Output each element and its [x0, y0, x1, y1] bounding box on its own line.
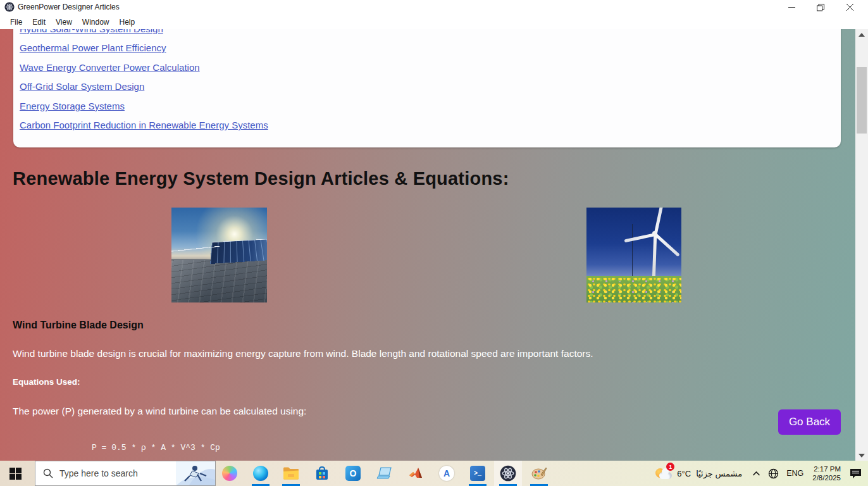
paint-icon: [531, 466, 547, 481]
section-title: Wind Turbine Blade Design: [13, 320, 144, 331]
microsoft-store-icon: [314, 466, 330, 481]
wind-turbine-photo: [586, 208, 681, 302]
notification-icon: [850, 468, 862, 479]
link-carbon-footprint[interactable]: Carbon Footprint Reduction in Renewable …: [20, 120, 268, 130]
app-a-icon: A: [439, 466, 454, 481]
restore-icon: [817, 4, 824, 11]
search-highlight-graphic[interactable]: [176, 461, 215, 486]
taskbar-app-a[interactable]: A: [433, 461, 461, 486]
menu-window[interactable]: Window: [77, 16, 115, 28]
page-title: Renewable Energy System Design Articles …: [13, 168, 509, 189]
close-button[interactable]: [835, 0, 864, 15]
scroll-up-button[interactable]: [855, 29, 868, 40]
scroll-down-button[interactable]: [855, 450, 868, 461]
taskbar-store[interactable]: [308, 461, 336, 486]
powershell-icon: >_: [470, 466, 485, 481]
wind-turbine-hub: [652, 231, 657, 236]
action-center-button[interactable]: [846, 461, 868, 486]
copilot-icon: [222, 466, 237, 481]
language-label: ENG: [786, 469, 803, 478]
taskbar-copilot[interactable]: [216, 461, 244, 486]
taskbar-edge[interactable]: [247, 461, 275, 486]
minimize-button[interactable]: [777, 0, 806, 15]
menu-file[interactable]: File: [5, 16, 27, 28]
link-energy-storage[interactable]: Energy Storage Systems: [20, 101, 125, 111]
weather-temp: 6°C: [677, 469, 691, 478]
equation-intro: The power (P) generated by a wind turbin…: [13, 406, 306, 417]
scroll-down-icon: [859, 454, 865, 458]
clock[interactable]: 2:17 PM 2/8/2025: [807, 464, 846, 482]
search-icon: [43, 468, 53, 478]
clock-time: 2:17 PM: [814, 464, 841, 473]
globe-icon: [768, 468, 779, 479]
windows-logo-icon: [9, 468, 22, 480]
weather-widget[interactable]: 1 6°C مشمس جزئيًا: [652, 461, 748, 486]
link-hybrid-solar-wind[interactable]: Hybrid Solar-Wind System Design: [20, 29, 163, 34]
weather-icon: 1: [655, 464, 673, 482]
minimize-icon: [788, 4, 795, 11]
go-back-button[interactable]: Go Back: [778, 409, 841, 435]
restore-button[interactable]: [806, 0, 835, 15]
taskbar-outlook[interactable]: O: [339, 461, 367, 486]
wind-photo-flower-field: [586, 276, 681, 302]
network-globe[interactable]: [764, 461, 783, 486]
window-title: GreenPower Designer Articles: [18, 3, 120, 11]
taskbar-paint[interactable]: [525, 461, 553, 486]
clock-date: 2/8/2025: [812, 473, 841, 482]
equations-used-label: Equations Used:: [13, 377, 80, 387]
menu-help[interactable]: Help: [115, 16, 140, 28]
scrollbar-thumb[interactable]: [857, 67, 867, 134]
outlook-icon: O: [345, 466, 361, 481]
wind-photo-antenna: [632, 224, 633, 281]
solar-panels-photo: [171, 208, 267, 302]
app-a-glyph: A: [443, 468, 450, 478]
menu-edit[interactable]: Edit: [27, 16, 51, 28]
article-paragraph: Wind turbine blade design is crucial for…: [13, 348, 593, 359]
menu-bar: File Edit View Window Help: [0, 15, 868, 29]
search-input[interactable]: [59, 468, 176, 478]
taskbar: O A >_: [0, 461, 868, 486]
taskbar-powershell[interactable]: >_: [464, 461, 492, 486]
scroll-up-icon: [859, 33, 865, 37]
taskbar-search[interactable]: [35, 461, 216, 486]
taskbar-greenpower-active[interactable]: [494, 461, 522, 486]
menu-view[interactable]: View: [51, 16, 77, 28]
weather-condition: مشمس جزئيًا: [696, 469, 742, 478]
close-icon: [846, 4, 853, 11]
matlab-icon: [408, 466, 423, 480]
greenpower-app-icon: [500, 465, 516, 482]
start-button[interactable]: [0, 461, 30, 486]
power-equation: P = 0.5 * ρ * A * V^3 * Cp: [92, 443, 220, 452]
edge-icon: [253, 466, 268, 481]
link-offgrid-solar[interactable]: Off-Grid Solar System Design: [20, 81, 144, 92]
tray-chevron[interactable]: [748, 461, 764, 486]
cloud-icon: [659, 472, 672, 479]
vertical-scrollbar[interactable]: [855, 29, 868, 461]
laptop-icon: [376, 466, 393, 480]
taskbar-pc-app[interactable]: [371, 461, 399, 486]
language-indicator[interactable]: ENG: [783, 461, 807, 486]
app-logo-icon: [4, 2, 15, 12]
chevron-up-icon: [752, 471, 760, 477]
content-area: Hybrid Solar-Wind System Design Geotherm…: [0, 29, 868, 461]
system-tray: 1 6°C مشمس جزئيًا ENG 2: [652, 461, 868, 486]
link-wave-energy[interactable]: Wave Energy Converter Power Calculation: [20, 62, 200, 73]
link-geothermal[interactable]: Geothermal Power Plant Efficiency: [20, 42, 166, 53]
title-bar: GreenPower Designer Articles: [0, 0, 868, 15]
taskbar-file-explorer[interactable]: [277, 461, 305, 486]
file-explorer-icon: [283, 466, 299, 480]
weather-badge: 1: [666, 463, 674, 471]
article-links-panel: Hybrid Solar-Wind System Design Geotherm…: [13, 29, 841, 147]
powershell-glyph: >_: [474, 470, 481, 477]
outlook-glyph: O: [350, 468, 357, 478]
taskbar-matlab[interactable]: [402, 461, 430, 486]
screen: GreenPower Designer Articles File Edit V…: [0, 0, 868, 486]
